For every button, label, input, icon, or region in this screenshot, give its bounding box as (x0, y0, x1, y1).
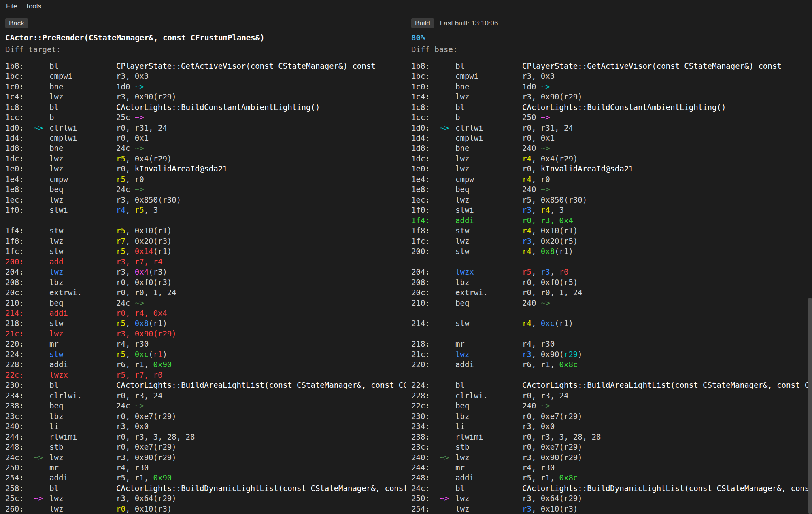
branch-arrow-icon: ~> (541, 401, 550, 410)
asm-address: 1bc: (411, 72, 440, 80)
asm-operands: r0, 0x10(r3) (116, 504, 406, 513)
asm-operand: r0, r0, 1, 24 (522, 288, 582, 297)
scrollbar[interactable] (808, 14, 812, 514)
asm-operand: r0, 0xf0(r3) (116, 278, 172, 287)
branch-arrow-icon: ~> (541, 113, 550, 122)
asm-address: 1d0: (5, 123, 34, 132)
asm-operands: r0, 0xe7(r29) (116, 412, 406, 421)
asm-operand: 0x8c (559, 473, 578, 482)
asm-address: 1f8: (411, 226, 440, 235)
asm-row: 1f4:stwr5, 0x10(r1) (0, 226, 406, 236)
asm-operand: r3, 0x0 (522, 422, 555, 431)
asm-operands: r0, 0xe7(r29) (522, 442, 812, 451)
asm-operands: CActorLights::BuildAreaLightList(const C… (116, 381, 406, 389)
asm-operand: 240 (522, 298, 541, 307)
branch-arrow-icon: ~> (135, 401, 144, 410)
menu-bar: File Tools (0, 0, 812, 13)
asm-operand: kInvalidAreaId@sda21 (135, 164, 227, 173)
asm-operands: r0, kInvalidAreaId@sda21 (116, 164, 406, 173)
asm-mnemonic: addi (455, 216, 522, 225)
asm-operands: r0, 0xf0(r3) (116, 278, 406, 287)
asm-address: 244: (411, 463, 440, 472)
asm-mnemonic: rlwimi (455, 432, 522, 441)
target-symbol-name: CActor::PreRender(CStateManager&, const … (5, 33, 265, 42)
asm-operands: r6, r1, 0x8c (522, 360, 812, 369)
asm-operand: r3, 0x90(r29) (522, 453, 582, 462)
asm-row (0, 215, 406, 225)
asm-mnemonic: b (49, 113, 116, 122)
asm-address: 25c: (5, 494, 34, 503)
asm-row: 1bc:cmpwir3, 0x3 (0, 71, 406, 81)
asm-operand: 24c (116, 298, 135, 307)
asm-row: 214:addir0, r4, 0x4 (0, 308, 406, 318)
asm-address: 1cc: (5, 113, 34, 122)
asm-row: 1f0:slwir4, r5, 3 (0, 205, 406, 215)
asm-operands: r0, r0, 1, 24 (522, 288, 812, 297)
build-button[interactable]: Build (411, 18, 434, 28)
asm-operand: r4, r30 (116, 339, 149, 348)
asm-operand: (r1) (149, 319, 167, 328)
asm-address: 21c: (5, 329, 34, 338)
asm-row: 1dc:lwzr5, 0x4(r29) (0, 153, 406, 163)
asm-operands: r3, r4, 3 (522, 205, 812, 214)
asm-mnemonic: add (49, 257, 116, 266)
asm-operands: 24c ~> (116, 144, 406, 152)
asm-operand: ) (162, 350, 167, 359)
asm-operands: r3, 0x90(r29) (522, 453, 812, 462)
asm-address: 1f0: (411, 205, 440, 214)
asm-row: 23c:stbr0, 0xe7(r29) (406, 442, 812, 452)
asm-mnemonic: bne (455, 144, 522, 152)
asm-operands: r4, r30 (522, 339, 812, 348)
asm-address: 238: (411, 432, 440, 441)
asm-operands: r0, r31, 24 (522, 123, 812, 132)
asm-address: 230: (411, 412, 440, 421)
asm-operand: r0, 0xf0(r5) (522, 278, 578, 287)
asm-mnemonic: lwz (49, 164, 116, 173)
asm-mnemonic: stb (49, 442, 116, 451)
asm-mnemonic: lwzx (49, 370, 116, 379)
asm-operand: , (550, 267, 559, 276)
asm-operand: 1d0 (522, 82, 541, 91)
asm-mnemonic: stb (455, 442, 522, 451)
asm-address: 1ec: (5, 195, 34, 204)
asm-row: 250:mrr4, r30 (0, 462, 406, 472)
asm-operand: r1 (153, 350, 163, 359)
menu-tools[interactable]: Tools (25, 2, 41, 11)
asm-address: 1c8: (5, 103, 34, 112)
asm-operand: r3, 0x64(r29) (522, 494, 582, 503)
asm-mnemonic: extrwi. (49, 288, 116, 297)
asm-operand: 240 (522, 401, 541, 410)
asm-mnemonic: b (455, 113, 522, 122)
asm-operand: r0, r3, 3, 28, 28 (116, 432, 195, 441)
asm-mnemonic: lwz (49, 195, 116, 204)
menu-file[interactable]: File (6, 2, 17, 11)
asm-operands: r3, 0x90(r29) (116, 453, 406, 462)
asm-operand: r0, r3, 3, 28, 28 (522, 432, 601, 441)
asm-address: 210: (411, 298, 440, 307)
asm-operand: , 0x4(r29) (531, 154, 578, 163)
asm-operand: r5, r1, (522, 473, 559, 482)
asm-mnemonic: beq (49, 185, 116, 194)
asm-mnemonic: cmplwi (455, 133, 522, 142)
back-button[interactable]: Back (5, 18, 28, 28)
asm-row: 218:mrr4, r30 (406, 339, 812, 349)
asm-operand: r0, 0x1 (522, 133, 555, 142)
asm-operand: r0, r4, 0x4 (116, 309, 167, 317)
asm-row: 1d0:~>clrlwir0, r31, 24 (406, 123, 812, 133)
asm-mnemonic: clrlwi. (455, 391, 522, 400)
branch-arrow-icon: ~> (440, 494, 455, 503)
asm-operand: 24c (116, 185, 135, 194)
asm-row: 260:lwzr0, 0x10(r3) (0, 503, 406, 514)
scrollbar-thumb[interactable] (808, 298, 812, 514)
asm-operand: r3, r7, r4 (116, 257, 162, 266)
asm-address: 228: (5, 360, 34, 369)
asm-row: 1f0:slwir3, r4, 3 (406, 205, 812, 215)
asm-row: 1dc:lwzr4, 0x4(r29) (406, 153, 812, 163)
asm-row: 1b8:blCPlayerState::GetActiveVisor(const… (0, 61, 406, 71)
asm-row: 1c8:blCActorLights::BuildConstantAmbient… (406, 102, 812, 112)
asm-operands: 24c ~> (116, 401, 406, 410)
asm-row: 24c:blCActorLights::BuildDynamicLightLis… (406, 483, 812, 493)
asm-operands: CActorLights::BuildDynamicLightList(cons… (522, 484, 812, 493)
asm-operands: 240 ~> (522, 298, 812, 307)
asm-operands: r6, r1, 0x90 (116, 360, 406, 369)
